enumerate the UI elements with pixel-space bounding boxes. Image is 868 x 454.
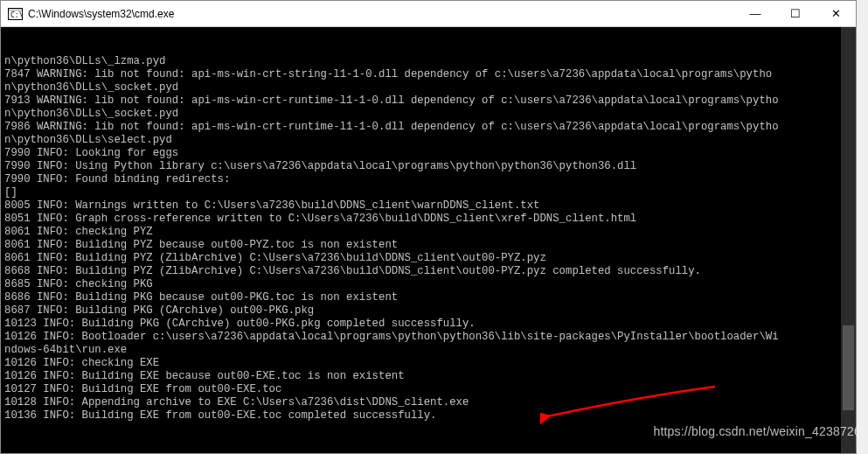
terminal-lines: n\python36\DLLs\_lzma.pyd7847 WARNING: l… xyxy=(4,55,852,436)
terminal-line: 8687 INFO: Building PKG (CArchive) out00… xyxy=(4,304,852,318)
terminal-line: 8061 INFO: Building PYZ (ZlibArchive) C:… xyxy=(4,252,852,265)
scrollbar-thumb[interactable] xyxy=(843,325,854,410)
terminal-line: 8051 INFO: Graph cross-reference written… xyxy=(4,213,852,226)
svg-text:C:\: C:\ xyxy=(10,11,23,19)
terminal-line: 7990 INFO: Looking for eggs xyxy=(4,147,852,160)
terminal-line: n\python36\DLLs\_socket.pyd xyxy=(4,81,852,94)
terminal-line: n\python36\DLLs\_lzma.pyd xyxy=(4,55,852,68)
terminal-line: 7990 INFO: Using Python library c:\users… xyxy=(4,160,852,173)
maximize-button[interactable]: ☐ xyxy=(775,1,816,26)
terminal-line: 8686 INFO: Building PKG because out00-PK… xyxy=(4,291,852,304)
terminal-line: 7990 INFO: Found binding redirects: xyxy=(4,173,852,186)
terminal-line: 7913 WARNING: lib not found: api-ms-win-… xyxy=(4,94,852,108)
terminal-line: 8005 INFO: Warnings written to C:\Users\… xyxy=(4,199,852,213)
terminal-line: 8685 INFO: checking PKG xyxy=(4,278,852,291)
cmd-icon: C:\ xyxy=(8,8,23,20)
terminal-line: 10127 INFO: Building EXE from out00-EXE.… xyxy=(4,383,852,396)
terminal-line: 10123 INFO: Building PKG (CArchive) out0… xyxy=(4,318,852,331)
terminal-output[interactable]: n\python36\DLLs\_lzma.pyd7847 WARNING: l… xyxy=(1,27,856,453)
terminal-line xyxy=(4,423,852,436)
vertical-scrollbar[interactable] xyxy=(841,27,856,453)
terminal-line: n\python36\DLLs\_socket.pyd xyxy=(4,108,852,121)
terminal-line: 7847 WARNING: lib not found: api-ms-win-… xyxy=(4,68,852,81)
terminal-line: 10128 INFO: Appending archive to EXE C:\… xyxy=(4,396,852,409)
terminal-line: 10136 INFO: Building EXE from out00-EXE.… xyxy=(4,409,852,423)
terminal-line: 10126 INFO: Building EXE because out00-E… xyxy=(4,370,852,383)
terminal-line: 7986 WARNING: lib not found: api-ms-win-… xyxy=(4,121,852,134)
terminal-line: ndows-64bit\run.exe xyxy=(4,344,852,357)
titlebar[interactable]: C:\ C:\Windows\system32\cmd.exe — ☐ ✕ xyxy=(1,1,856,27)
terminal-line: n\python36\DLLs\select.pyd xyxy=(4,134,852,147)
window-controls: — ☐ ✕ xyxy=(735,1,856,26)
terminal-line: 10126 INFO: Bootloader c:\users\a7236\ap… xyxy=(4,331,852,344)
terminal-line: [] xyxy=(4,186,852,199)
terminal-line: 8668 INFO: Building PYZ (ZlibArchive) C:… xyxy=(4,265,852,278)
window-title: C:\Windows\system32\cmd.exe xyxy=(28,8,174,20)
cmd-window: C:\ C:\Windows\system32\cmd.exe — ☐ ✕ n\… xyxy=(0,0,857,454)
terminal-line: 10126 INFO: checking EXE xyxy=(4,357,852,370)
minimize-button[interactable]: — xyxy=(735,1,775,26)
side-strip xyxy=(857,0,868,454)
close-button[interactable]: ✕ xyxy=(816,1,856,26)
terminal-line: 8061 INFO: checking PYZ xyxy=(4,226,852,239)
terminal-line: 8061 INFO: Building PYZ because out00-PY… xyxy=(4,239,852,252)
